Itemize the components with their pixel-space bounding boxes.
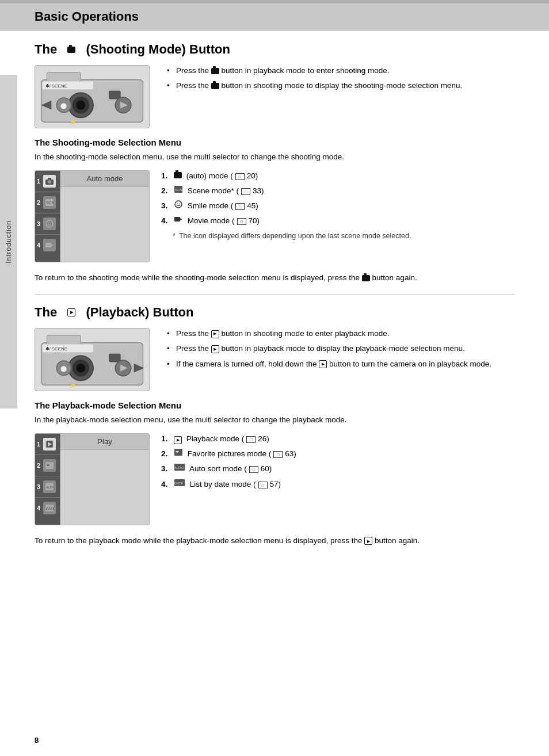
cam-icon-n1 [174, 172, 182, 178]
scene-icon-n2: SCN [174, 185, 183, 193]
play-num-4: 4. [161, 479, 171, 490]
shooting-mode-heading: The (Shooting Mode) Button [35, 42, 514, 57]
menu-title-playback: Play [60, 434, 149, 450]
play-num-3: 3. [161, 463, 171, 475]
playback-selection-menu-para: In the playback-mode selection menu, use… [35, 414, 514, 426]
svg-point-19 [46, 220, 53, 227]
play-menu-num-1: 1 [35, 441, 43, 448]
page-number: 8 [35, 736, 39, 744]
playback-numbered-list-container: 1. Playback mode (□ 26) 2. ❤ Favorite pi… [161, 433, 514, 495]
playback-menu-diagram: 1 2 ❤ 3 AUTO [35, 433, 150, 525]
book-icon-n1: □ [235, 173, 245, 180]
play-menu-num-2: 2 [35, 462, 43, 469]
play-menu-row-2: 2 ❤ [35, 455, 60, 476]
bullet-2: Press the button in shooting mode to dis… [167, 80, 514, 91]
bullet-1: Press the button in playback mode to ent… [167, 65, 514, 77]
num-2: 2. [161, 185, 171, 197]
svg-text:❤: ❤ [47, 464, 49, 467]
play-menu-icon-4: DATE [43, 502, 56, 514]
play-icon-return [364, 537, 372, 545]
cam-icon-b1 [211, 68, 219, 74]
svg-point-27 [177, 203, 178, 204]
menu-left-col-shooting: 1 2 SCN 3 [35, 171, 60, 262]
svg-text:✱/ SCENE: ✱/ SCENE [45, 346, 67, 352]
section-title-bar: Basic Operations [0, 3, 549, 30]
play-num-item-2: 2. ❤ Favorite pictures mode (□ 63) [161, 448, 514, 460]
side-tab: Introduction [0, 75, 17, 408]
svg-point-37 [77, 364, 86, 373]
svg-text:✱/ SCENE: ✱/ SCENE [45, 83, 67, 89]
menu-row-1: 1 [35, 171, 60, 192]
svg-point-16 [48, 180, 51, 184]
svg-marker-30 [180, 218, 182, 220]
playback-row: ✱/ SCENE ⬤ ⚡ P [35, 328, 514, 391]
camera-shooting-diagram: ✱/ SCENE ⬤ ⚡ [35, 65, 150, 128]
play-menu-num-4: 4 [35, 505, 43, 511]
svg-text:⚡: ⚡ [70, 118, 77, 125]
shooting-numbered-list: 1. (auto) mode (□ 20) 2. SCN Scene mode*… [161, 170, 514, 227]
play-menu-icon-2: ❤ [43, 459, 56, 472]
smile-icon-n3 [174, 200, 183, 208]
play-menu-icon-3: AUTO [43, 480, 56, 493]
footnote-text: The icon displayed differs depending upo… [179, 232, 411, 240]
play-icon-pb2 [211, 345, 219, 353]
camera-svg-playback: ✱/ SCENE ⬤ ⚡ [35, 329, 149, 391]
play-bullet-3: If the camera is turned off, hold down t… [167, 358, 514, 370]
menu-title-shooting: Auto mode [60, 171, 149, 187]
play-menu-row-4: 4 DATE [35, 498, 60, 519]
svg-point-26 [175, 201, 182, 208]
shooting-mode-row: ✱/ SCENE ⬤ ⚡ P [35, 65, 514, 128]
num-item-4: 4. Movie mode (□ 70) [161, 215, 514, 227]
playback-bullets-container: Press the button in shooting mode to ent… [161, 328, 514, 375]
shooting-numbered-list-container: 1. (auto) mode (□ 20) 2. SCN Scene mode*… [161, 170, 514, 240]
playback-bullets: Press the button in shooting mode to ent… [161, 328, 514, 370]
svg-text:⚡: ⚡ [70, 381, 77, 388]
svg-text:AUTO: AUTO [174, 466, 184, 469]
cam-icon-b2 [211, 83, 219, 89]
menu-icon-3 [43, 217, 56, 230]
playback-return-para: To return to the playback mode while the… [35, 534, 514, 547]
section-title: Basic Operations [35, 9, 514, 24]
menu-num-2: 2 [35, 199, 43, 206]
play-bullet-1: Press the button in shooting mode to ent… [167, 328, 514, 339]
main-content: The (Shooting Mode) Button ✱/ SCENE [0, 30, 549, 565]
menu-row-2: 2 SCN [35, 192, 60, 213]
menu-icon-1 [43, 175, 56, 188]
footnote-row: * The icon displayed differs depending u… [173, 232, 514, 240]
book-icon-pl4: □ [258, 482, 268, 488]
svg-text:DATE: DATE [174, 482, 184, 485]
play-menu-row-3: 3 AUTO [35, 476, 60, 498]
shooting-selection-menu-heading: The Shooting-mode Selection Menu [35, 138, 514, 147]
svg-rect-38 [109, 354, 120, 362]
shooting-footnote: * The icon displayed differs depending u… [173, 232, 514, 240]
listdate-icon-nl4: DATE [174, 479, 185, 487]
camera-svg-shooting: ✱/ SCENE ⬤ ⚡ [35, 66, 149, 128]
svg-point-6 [77, 101, 86, 110]
num-4: 4. [161, 215, 171, 227]
svg-marker-23 [51, 244, 54, 246]
shooting-return-para: To return to the shooting mode while the… [35, 272, 514, 284]
play-num-2: 2. [161, 448, 171, 460]
svg-rect-29 [174, 217, 180, 222]
menu-left-col-playback: 1 2 ❤ 3 AUTO [35, 434, 60, 525]
camera-playback-diagram: ✱/ SCENE ⬤ ⚡ [35, 328, 150, 391]
svg-rect-15 [48, 178, 51, 180]
heading-the-1: The [35, 42, 57, 57]
num-3: 3. [161, 200, 171, 212]
play-icon-nl1 [174, 436, 182, 444]
play-num-item-4: 4. DATE List by date mode (□ 57) [161, 479, 514, 490]
book-icon-n3: □ [235, 203, 245, 210]
cam-icon-return [362, 275, 370, 281]
shooting-mode-bullets: Press the button in playback mode to ent… [161, 65, 514, 92]
num-item-3: 3. Smile mode (□ 45) [161, 200, 514, 212]
shooting-menu-diagram: 1 2 SCN 3 [35, 170, 150, 262]
num-1: 1. [161, 170, 171, 182]
menu-num-3: 3 [35, 220, 43, 227]
svg-text:SCN: SCN [46, 201, 54, 205]
play-heading-icon [67, 308, 75, 316]
svg-point-21 [50, 222, 51, 223]
footnote-star-sym: * [173, 232, 176, 240]
menu-row-4: 4 [35, 235, 60, 256]
play-menu-row-1: 1 [35, 434, 60, 455]
playback-menu-row: 1 2 ❤ 3 AUTO [35, 433, 514, 525]
